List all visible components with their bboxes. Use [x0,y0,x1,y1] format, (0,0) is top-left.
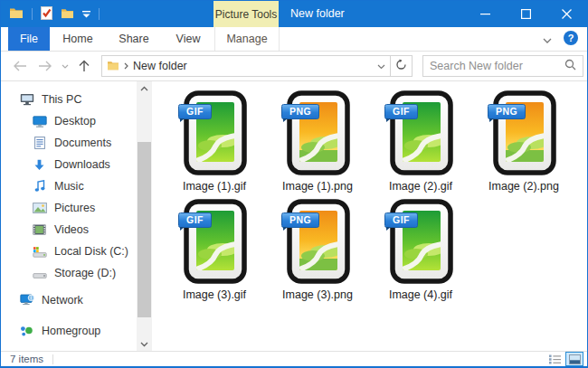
homegroup-icon [19,325,34,337]
sidebar-item-label: Videos [54,223,89,236]
status-bar: 7 items [1,351,587,366]
sidebar-item-this-pc[interactable]: This PC [1,89,137,110]
close-button[interactable] [546,1,587,27]
status-separator [52,354,53,364]
sidebar-item-videos[interactable]: Videos [1,219,137,241]
back-button[interactable] [7,61,33,71]
help-icon[interactable]: ? [564,31,578,48]
sidebar-scrollbar[interactable] [137,81,152,351]
png-file-icon: PNG [485,90,563,177]
explorer-folder-icon [9,6,24,22]
navigation-bar: New folder [1,52,587,81]
sidebar-item-desktop[interactable]: Desktop [1,110,137,132]
folder-icon [107,60,119,73]
file-name: Image (3).gif [183,288,246,301]
quick-access-toolbar [1,6,100,23]
sidebar-item-label: Desktop [54,115,96,127]
breadcrumb-chevron-icon[interactable] [124,60,128,72]
sidebar-item-label: Pictures [54,202,95,214]
customize-toolbar-chevron-icon[interactable] [82,8,90,21]
scrollbar-thumb[interactable] [138,142,151,317]
file-type-badge: GIF [384,104,418,119]
item-count: 7 items [10,354,43,364]
sidebar-item-music[interactable]: Music [1,175,137,197]
tab-view[interactable]: View [162,27,214,51]
file-list: GIF Image (1).gif PNG Image (1).png GIF … [152,81,587,351]
svg-text:?: ? [568,33,574,43]
file-type-badge: PNG [488,104,526,119]
sidebar-item-network[interactable]: Network [1,289,137,311]
file-item[interactable]: PNG Image (3).png [266,199,369,301]
thumbnails-view-button[interactable] [565,352,583,366]
breadcrumb-location[interactable]: New folder [133,60,373,72]
file-type-badge: GIF [178,104,212,119]
sidebar-item-label: Documents [54,137,111,149]
maximize-button[interactable] [506,1,546,27]
scrollbar-down-arrow-icon[interactable] [137,337,152,351]
navigation-pane: This PC Desktop Documents Downloads [1,81,137,351]
address-dropdown-chevron-icon[interactable] [377,60,385,72]
sidebar-item-homegroup[interactable]: Homegroup [1,320,137,342]
refresh-button[interactable] [395,59,407,73]
tab-home[interactable]: Home [50,27,106,51]
sidebar-item-storage-d[interactable]: Storage (D:) [1,262,137,284]
file-item[interactable]: GIF Image (3).gif [163,199,266,301]
file-item[interactable]: GIF Image (1).gif [163,90,266,193]
file-name: Image (3).png [282,288,353,301]
tab-manage[interactable]: Manage [214,27,280,51]
sidebar-item-downloads[interactable]: Downloads [1,154,137,175]
gif-file-icon: GIF [175,199,253,286]
downloads-icon [32,159,47,171]
search-icon[interactable] [564,59,576,73]
address-bar[interactable]: New folder [101,55,413,77]
toolbar-separator [99,8,100,20]
title-bar: Picture Tools New folder [1,1,587,27]
file-name: Image (1).gif [183,180,246,193]
documents-icon [32,137,47,149]
new-folder-icon[interactable] [61,7,74,22]
search-box[interactable] [422,55,583,77]
gif-file-icon: GIF [382,199,460,286]
tab-file[interactable]: File [8,27,50,51]
sidebar-item-label: Local Disk (C:) [54,245,128,258]
file-type-badge: PNG [281,212,319,228]
toolbar-separator [32,8,33,20]
sidebar-item-label: Music [54,180,84,193]
details-view-button[interactable] [545,352,564,366]
file-type-badge: GIF [178,212,212,228]
expand-ribbon-chevron-icon[interactable] [543,33,552,46]
picture-tools-contextual-tab[interactable]: Picture Tools [213,1,279,27]
up-button[interactable] [72,60,96,72]
gif-file-icon: GIF [382,90,460,177]
tab-share[interactable]: Share [106,27,162,51]
sidebar-item-documents[interactable]: Documents [1,132,137,154]
minimize-button[interactable] [465,1,506,27]
sidebar-item-label: Downloads [54,158,110,171]
file-item[interactable]: GIF Image (4).gif [369,199,472,301]
desktop-icon [32,116,47,127]
gif-file-icon: GIF [175,90,253,177]
local-disk-icon [32,246,47,258]
sidebar-item-local-disk-c[interactable]: Local Disk (C:) [1,241,137,262]
this-pc-icon [19,93,34,106]
window-title: New folder [290,1,345,27]
search-input[interactable] [430,60,564,72]
properties-check-icon[interactable] [41,6,52,23]
png-file-icon: PNG [279,199,356,286]
file-name: Image (2).gif [389,180,452,193]
ribbon-tab-bar: File Home Share View Manage ? [1,27,587,52]
sidebar-item-pictures[interactable]: Pictures [1,197,137,219]
sidebar-item-label: This PC [42,93,81,106]
file-item[interactable]: GIF Image (2).gif [369,90,472,193]
file-item[interactable]: PNG Image (2).png [472,90,575,193]
file-type-badge: GIF [384,212,418,228]
pictures-icon [32,203,47,213]
scrollbar-up-arrow-icon[interactable] [137,81,152,95]
recent-locations-chevron-icon[interactable] [58,64,72,69]
file-type-badge: PNG [281,104,319,119]
png-file-icon: PNG [279,90,356,177]
file-name: Image (4).gif [389,288,452,301]
storage-disk-icon [32,268,47,279]
forward-button[interactable] [33,61,58,71]
file-item[interactable]: PNG Image (1).png [266,90,369,193]
